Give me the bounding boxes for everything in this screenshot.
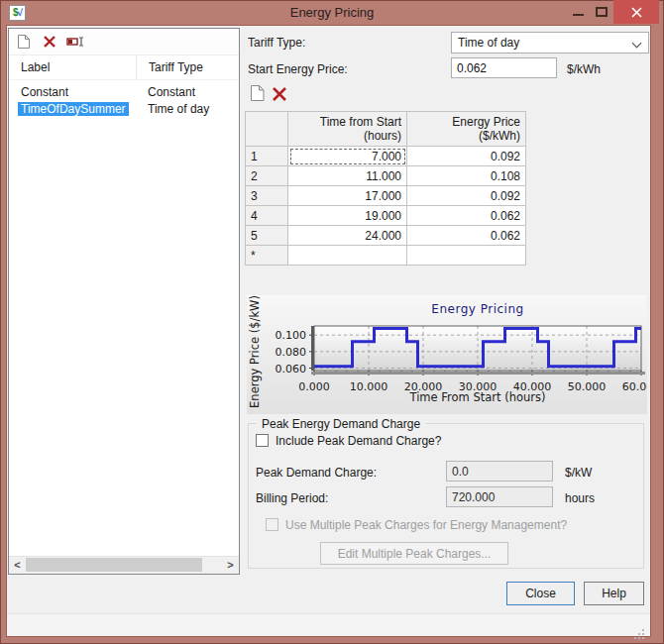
svg-text:60.000: 60.000 (622, 380, 647, 393)
time-cell[interactable]: 24.000 (288, 226, 407, 246)
tariff-type-value: Time of day (136, 102, 209, 116)
price-cell[interactable]: 0.108 (407, 166, 526, 186)
schedule-header-row: Time from Start(hours) Energy Price($/kW… (246, 112, 526, 147)
close-button[interactable]: Close (506, 582, 575, 605)
svg-text:10.000: 10.000 (350, 380, 388, 393)
svg-text:0.100: 0.100 (276, 329, 307, 342)
schedule-table: Time from Start(hours) Energy Price($/kW… (245, 111, 526, 266)
titlebar[interactable]: $√ Energy Pricing (0, 0, 664, 26)
resize-grip-icon[interactable] (642, 629, 644, 631)
horizontal-scrollbar[interactable]: < > (9, 556, 239, 574)
row-header[interactable]: 4 (246, 206, 288, 226)
start-energy-price-unit: $/kWh (567, 62, 601, 76)
scrollbar-thumb[interactable] (26, 558, 202, 572)
new-row-icon[interactable] (248, 84, 266, 102)
delete-row-icon[interactable] (271, 85, 288, 103)
svg-text:0.060: 0.060 (276, 363, 307, 376)
peak-demand-charge-unit: $/kW (565, 466, 592, 480)
minimize-icon[interactable] (573, 14, 584, 16)
table-row: 5 24.000 0.062 (246, 226, 526, 246)
row-header[interactable]: 2 (246, 166, 288, 186)
tariff-list-header: Label Tariff Type (9, 55, 239, 80)
billing-period-unit: hours (565, 491, 595, 505)
table-row: 1 7.000 0.092 (246, 147, 526, 166)
peak-demand-group-title: Peak Energy Demand Charge (257, 417, 425, 431)
help-button[interactable]: Help (584, 582, 644, 605)
rename-tariff-icon[interactable] (66, 33, 84, 51)
time-cell[interactable]: 7.000 (288, 147, 407, 166)
new-tariff-icon[interactable] (15, 33, 33, 51)
chart-svg: 0.00010.00020.00030.00040.00050.00060.00… (247, 296, 647, 414)
column-header-label[interactable]: Label (9, 60, 136, 74)
start-energy-price-label: Start Energy Price: (248, 62, 348, 76)
include-peak-demand-checkbox[interactable] (256, 434, 269, 447)
time-column-header[interactable]: Time from Start(hours) (288, 112, 407, 147)
svg-text:Energy Pricing: Energy Pricing (431, 302, 523, 316)
price-column-header[interactable]: Energy Price($/kWh) (407, 112, 526, 147)
time-cell[interactable]: 11.000 (288, 166, 407, 186)
time-cell[interactable] (288, 246, 407, 266)
tariff-type-selected-value: Time of day (458, 36, 519, 50)
use-multiple-peak-charges-checkbox (266, 518, 278, 531)
row-header[interactable]: 5 (246, 226, 288, 246)
scroll-right-icon[interactable]: > (222, 557, 239, 573)
chevron-down-icon (632, 39, 642, 49)
tariff-list-toolbar (9, 29, 239, 55)
energy-pricing-chart: 0.00010.00020.00030.00040.00050.00060.00… (247, 295, 647, 414)
start-energy-price-input[interactable] (451, 57, 557, 78)
selected-tariff-label[interactable]: TimeOfDaySummer (18, 102, 129, 116)
billing-period-label: Billing Period: (256, 491, 328, 505)
corner-header-cell[interactable] (246, 112, 288, 147)
svg-text:0.080: 0.080 (276, 346, 307, 359)
svg-text:Energy Price ($/kW): Energy Price ($/kW) (248, 296, 262, 408)
window-title: Energy Pricing (0, 5, 664, 20)
price-cell[interactable] (407, 246, 526, 266)
status-bar (7, 613, 650, 636)
table-row: 2 11.000 0.108 (246, 166, 526, 186)
tariff-list-row-timeofdaysummer[interactable]: TimeOfDaySummer Time of day (9, 100, 239, 117)
tariff-type-dropdown[interactable]: Time of day (451, 32, 649, 54)
scroll-left-icon[interactable]: < (9, 557, 26, 573)
price-cell[interactable]: 0.092 (407, 147, 526, 166)
close-icon (631, 7, 642, 18)
row-header[interactable]: 1 (246, 147, 288, 166)
tariff-type-label: Tariff Type: (248, 36, 305, 50)
svg-text:Time From Start (hours): Time From Start (hours) (408, 390, 545, 404)
price-cell[interactable]: 0.092 (407, 186, 526, 206)
table-row-new: * (246, 246, 526, 266)
billing-period-input[interactable] (446, 486, 553, 507)
tariff-label[interactable]: Constant (9, 85, 136, 99)
svg-text:50.000: 50.000 (568, 380, 607, 393)
delete-tariff-icon[interactable] (41, 33, 58, 51)
peak-demand-charge-label: Peak Demand Charge: (256, 466, 377, 480)
use-multiple-peak-charges-label: Use Multiple Peak Charges for Energy Man… (285, 518, 567, 532)
tariff-type-value: Constant (136, 85, 195, 99)
table-row: 4 19.000 0.062 (246, 206, 526, 226)
edit-multiple-peak-charges-button: Edit Multiple Peak Charges... (320, 542, 508, 565)
table-row: 3 17.000 0.092 (246, 186, 526, 206)
time-cell[interactable]: 17.000 (288, 186, 407, 206)
column-header-tariff-type[interactable]: Tariff Type (136, 55, 203, 79)
price-cell[interactable]: 0.062 (407, 226, 526, 246)
include-peak-demand-label: Include Peak Demand Charge? (276, 434, 441, 448)
row-header[interactable]: * (246, 246, 288, 266)
tariff-list-panel: Label Tariff Type Constant Constant Time… (8, 28, 240, 575)
price-cell[interactable]: 0.062 (407, 206, 526, 226)
close-window-button[interactable] (613, 0, 659, 24)
maximize-icon[interactable] (596, 7, 608, 17)
tariff-list-row-constant[interactable]: Constant Constant (9, 83, 239, 100)
energy-pricing-dialog: $√ Energy Pricing Label (0, 0, 664, 644)
time-cell[interactable]: 19.000 (288, 206, 407, 226)
row-header[interactable]: 3 (246, 186, 288, 206)
peak-demand-charge-input[interactable] (446, 461, 553, 482)
svg-text:0.000: 0.000 (298, 380, 330, 393)
dialog-content: Label Tariff Type Constant Constant Time… (7, 26, 650, 636)
